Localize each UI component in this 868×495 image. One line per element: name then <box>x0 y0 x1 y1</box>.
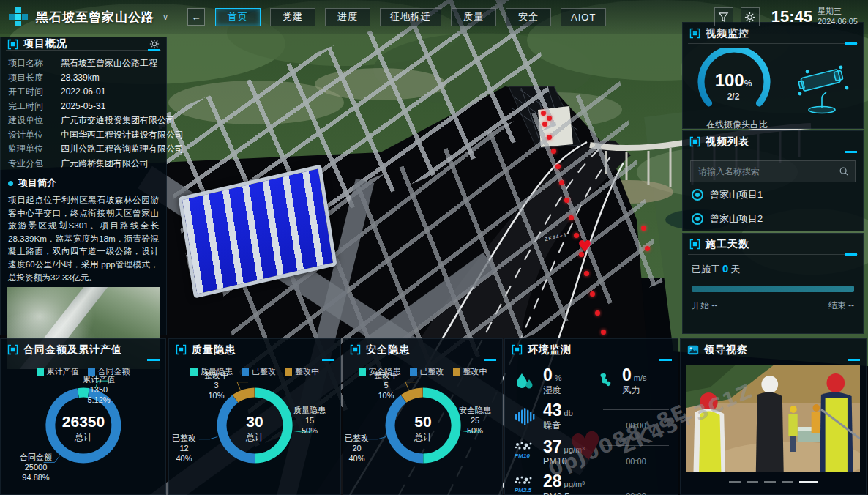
panel-video-list: 视频列表 曾家山项目1曾家山项目2 <box>682 130 864 231</box>
slice-label-已整改: 已整改2040% <box>345 433 369 464</box>
video-item-label: 曾家山项目2 <box>710 212 763 226</box>
hazard-point-marker[interactable] <box>645 246 650 251</box>
svg-text:总计: 总计 <box>414 432 432 442</box>
carousel-dash[interactable] <box>764 481 776 483</box>
svg-text:PM10: PM10 <box>515 453 530 459</box>
chevron-down-icon[interactable]: ∨ <box>162 12 168 22</box>
tab-home[interactable]: 首页 <box>215 8 261 26</box>
gauge-percent: 100 <box>715 70 744 90</box>
panel-collapse-handle[interactable] <box>848 359 860 361</box>
tab-land[interactable]: 征地拆迁 <box>380 8 441 26</box>
top-bar-right: 15:45 星期三 2024.06.05 <box>714 7 868 27</box>
dashboard: ♥ ZK44+3 0pJ0088+8E ♥ ZK43+3C1Z 黑石坡至曾家山公… <box>0 0 868 495</box>
video-search-box <box>690 160 856 182</box>
panel-collapse-handle[interactable] <box>322 359 334 361</box>
app-logo-icon <box>7 6 29 28</box>
panel-title: 质量隐患 <box>192 343 236 357</box>
video-list-item[interactable]: 曾家山项目1 <box>683 182 863 206</box>
legend-swatch <box>88 368 95 376</box>
back-button[interactable]: ← <box>187 8 205 26</box>
camera-icon <box>692 189 703 201</box>
carousel-dash[interactable] <box>747 481 758 483</box>
leader-visit-photo[interactable] <box>686 365 860 472</box>
panel-collapse-handle[interactable] <box>659 359 672 361</box>
tab-party[interactable]: 党建 <box>270 8 315 26</box>
panel-bracket-icon <box>176 344 187 355</box>
tab-aiot[interactable]: AIOT <box>561 8 606 26</box>
pm25-icon: PM2.5 <box>513 476 536 495</box>
legend-swatch <box>359 368 366 376</box>
slice-label-累计产值: 累计产值13505.12% <box>83 375 115 405</box>
hazard-point-marker[interactable] <box>601 330 606 335</box>
tab-progress[interactable]: 进度 <box>325 8 370 26</box>
legend-item: 整改中 <box>285 366 319 377</box>
overview-gear-icon[interactable] <box>149 39 160 49</box>
slice-label-合同金额: 合同金额2500094.88% <box>20 453 52 483</box>
panel-safety-hazards: 安全隐患 安全隐患已整改整改中50总计安全隐患2550%已整改2040%整改中5… <box>343 338 503 495</box>
carousel-dash[interactable] <box>799 481 818 483</box>
env-metric-PM10: PM10 37μg/m³ PM10 <box>512 438 602 466</box>
hazard-point-marker[interactable] <box>547 135 552 140</box>
search-input[interactable] <box>697 165 839 177</box>
panel-bracket-icon <box>7 344 18 355</box>
gauge-caption: 在线摄像头占比 <box>690 119 784 131</box>
hazard-point-marker[interactable] <box>590 291 595 297</box>
tab-quality[interactable]: 质量 <box>451 8 496 26</box>
panel-video-monitor: 视频监控 100% 2/2 在线摄像头占比 <box>682 22 864 129</box>
brand: 黑石坡至曾家山公路 ∨ <box>0 6 168 28</box>
legend-swatch <box>242 368 249 376</box>
legend-item: 累计产值 <box>37 366 79 377</box>
donut-chart: 质量隐患已整改整改中30总计质量隐患1550%已整改1240%整改中310% <box>169 366 340 495</box>
field-value: 广元市交通投资集团有限公司 <box>61 113 175 128</box>
legend-swatch <box>190 368 198 376</box>
panel-contract-output: 合同金额及累计产值 累计产值合同金额26350总计累计产值13505.12%合同… <box>0 338 166 495</box>
field-value: 中国华西工程设计建设有限公司 <box>61 128 184 143</box>
carousel-dash[interactable] <box>729 481 741 483</box>
carousel-dash[interactable] <box>782 481 793 483</box>
intro-header: 项目简介 <box>1 172 166 191</box>
panel-collapse-handle[interactable] <box>845 42 857 45</box>
hazard-point-marker[interactable] <box>541 111 546 116</box>
panel-collapse-handle[interactable] <box>148 49 160 51</box>
panel-collapse-handle[interactable] <box>147 359 160 361</box>
env-metric-湿度: 0% 湿度 <box>512 366 591 397</box>
hazard-point-marker[interactable] <box>559 180 564 185</box>
hazard-point-marker[interactable] <box>569 215 574 220</box>
hazard-point-marker[interactable] <box>641 226 646 231</box>
panel-title: 项目概况 <box>23 37 67 51</box>
tab-safety[interactable]: 安全 <box>506 8 551 26</box>
heart-marker[interactable]: ♥ <box>577 239 592 255</box>
panel-collapse-handle[interactable] <box>845 253 857 256</box>
svg-text:26350: 26350 <box>61 413 104 430</box>
panel-header: 质量隐患 <box>169 339 340 360</box>
env-mini-axis: 00:00 <box>602 480 670 495</box>
overview-field: 完工时间2025-05-31 <box>8 100 159 114</box>
start-date: 开始 -- <box>692 299 717 312</box>
panel-collapse-handle[interactable] <box>845 151 857 153</box>
panel-collapse-handle[interactable] <box>484 359 496 361</box>
video-list-item[interactable]: 曾家山项目2 <box>683 206 863 231</box>
legend-swatch <box>453 368 460 376</box>
field-label: 设计单位 <box>8 128 61 143</box>
hazard-point-marker[interactable] <box>564 198 569 203</box>
overview-field: 专业分包广元路桥集团有限公司 <box>8 157 159 171</box>
filter-icon[interactable] <box>714 7 733 26</box>
gear-icon[interactable] <box>741 7 760 26</box>
slice-label-整改中: 整改中310% <box>204 371 228 401</box>
hazard-point-marker[interactable] <box>595 310 600 316</box>
svg-text:总计: 总计 <box>245 432 263 442</box>
field-value: 黑石坡至曾家山公路工程 <box>61 56 157 71</box>
env-metric-风力: 0m/s 风力 <box>591 366 670 397</box>
slice-label-质量隐患: 质量隐患1550% <box>293 406 326 436</box>
overview-field: 开工时间2022-06-01 <box>8 85 159 100</box>
hazard-point-marker[interactable] <box>547 116 552 121</box>
hazard-point-marker[interactable] <box>542 122 547 127</box>
panel-bracket-icon <box>689 136 700 147</box>
hazard-point-marker[interactable] <box>555 164 561 169</box>
panel-title: 安全隐患 <box>366 343 410 357</box>
search-icon[interactable] <box>839 166 849 176</box>
env-mini-axis: 00:00 <box>602 409 670 430</box>
hazard-point-marker[interactable] <box>584 271 589 276</box>
env-mini-axis: 00:00 <box>602 445 670 466</box>
hazard-point-marker[interactable] <box>551 149 556 154</box>
